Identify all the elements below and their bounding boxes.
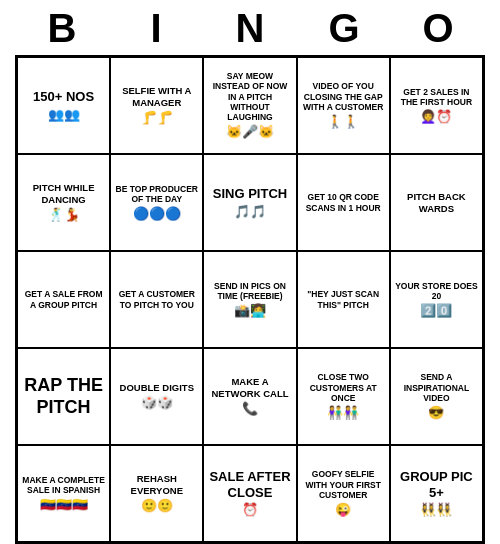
- cell-text-9: PITCH BACK WARDS: [394, 191, 479, 214]
- cell-18: CLOSE TWO CUSTOMERS AT ONCE👫👫: [297, 348, 390, 445]
- cell-emoji-12: 📸👩‍💻: [234, 303, 266, 319]
- cell-emoji-22: ⏰: [242, 502, 258, 518]
- letter-g: G: [304, 6, 384, 51]
- cell-11: GET A CUSTOMER TO PITCH TO YOU: [110, 251, 203, 348]
- cell-emoji-20: 🇻🇪🇻🇪🇻🇪: [40, 497, 88, 513]
- cell-emoji-24: 👯‍♀️👯‍♀️: [420, 502, 452, 518]
- cell-text-6: BE TOP PRODUCER OF THE DAY: [114, 184, 199, 204]
- cell-emoji-23: 😜: [335, 502, 351, 518]
- cell-emoji-18: 👫👫: [327, 405, 359, 421]
- cell-text-2: SAY MEOW INSTEAD OF NOW IN A PITCH WITHO…: [207, 71, 292, 122]
- cell-emoji-0: 👥👥: [48, 107, 80, 123]
- cell-text-15: RAP THE PITCH: [21, 375, 106, 418]
- cell-14: YOUR STORE DOES 202️⃣0️⃣: [390, 251, 483, 348]
- cell-text-8: GET 10 QR CODE SCANS IN 1 HOUR: [301, 192, 386, 212]
- cell-text-10: GET A SALE FROM A GROUP PITCH: [21, 289, 106, 309]
- cell-text-24: GROUP PIC 5+: [394, 469, 479, 500]
- cell-emoji-17: 📞: [242, 401, 258, 417]
- cell-16: DOUBLE DIGITS🎲🎲: [110, 348, 203, 445]
- cell-4: GET 2 SALES IN THE FIRST HOUR👩‍🦱⏰: [390, 57, 483, 154]
- cell-text-0: 150+ NOS: [33, 89, 94, 105]
- cell-text-4: GET 2 SALES IN THE FIRST HOUR: [394, 87, 479, 107]
- cell-24: GROUP PIC 5+👯‍♀️👯‍♀️: [390, 445, 483, 542]
- bingo-header: B I N G O: [15, 0, 485, 55]
- cell-emoji-3: 🚶🚶: [327, 114, 359, 130]
- cell-1: SELFIE WITH A MANAGER🦵🦵: [110, 57, 203, 154]
- cell-5: PITCH WHILE DANCING🕺💃: [17, 154, 110, 251]
- cell-text-13: "HEY JUST SCAN THIS" PITCH: [301, 289, 386, 309]
- cell-19: SEND A INSPIRATIONAL VIDEO😎: [390, 348, 483, 445]
- letter-i: I: [116, 6, 196, 51]
- cell-text-11: GET A CUSTOMER TO PITCH TO YOU: [114, 289, 199, 309]
- cell-text-21: REHASH EVERYONE: [114, 473, 199, 496]
- cell-9: PITCH BACK WARDS: [390, 154, 483, 251]
- cell-13: "HEY JUST SCAN THIS" PITCH: [297, 251, 390, 348]
- cell-text-14: YOUR STORE DOES 20: [394, 281, 479, 301]
- cell-8: GET 10 QR CODE SCANS IN 1 HOUR: [297, 154, 390, 251]
- cell-22: SALE AFTER CLOSE⏰: [203, 445, 296, 542]
- cell-10: GET A SALE FROM A GROUP PITCH: [17, 251, 110, 348]
- cell-7: SING PITCH🎵🎵: [203, 154, 296, 251]
- cell-text-1: SELFIE WITH A MANAGER: [114, 85, 199, 108]
- cell-15: RAP THE PITCH: [17, 348, 110, 445]
- cell-text-3: VIDEO OF YOU CLOSING THE GAP WITH A CUST…: [301, 81, 386, 112]
- cell-17: MAKE A NETWORK CALL📞: [203, 348, 296, 445]
- letter-o: O: [398, 6, 478, 51]
- cell-emoji-14: 2️⃣0️⃣: [420, 303, 452, 319]
- cell-6: BE TOP PRODUCER OF THE DAY🔵🔵🔵: [110, 154, 203, 251]
- cell-2: SAY MEOW INSTEAD OF NOW IN A PITCH WITHO…: [203, 57, 296, 154]
- cell-12: SEND IN PICS ON TIME (FREEBIE)📸👩‍💻: [203, 251, 296, 348]
- cell-emoji-5: 🕺💃: [48, 207, 80, 223]
- cell-23: GOOFY SELFIE WITH YOUR FIRST CUSTOMER😜: [297, 445, 390, 542]
- cell-21: REHASH EVERYONE🙂🙂: [110, 445, 203, 542]
- cell-text-16: DOUBLE DIGITS: [120, 382, 194, 393]
- bingo-grid: 150+ NOS👥👥SELFIE WITH A MANAGER🦵🦵SAY MEO…: [15, 55, 485, 544]
- cell-20: MAKE A COMPLETE SALE IN SPANISH🇻🇪🇻🇪🇻🇪: [17, 445, 110, 542]
- cell-emoji-6: 🔵🔵🔵: [133, 206, 181, 222]
- cell-emoji-1: 🦵🦵: [141, 110, 173, 126]
- cell-text-19: SEND A INSPIRATIONAL VIDEO: [394, 372, 479, 403]
- cell-emoji-7: 🎵🎵: [234, 204, 266, 220]
- cell-text-7: SING PITCH: [213, 186, 287, 202]
- cell-text-5: PITCH WHILE DANCING: [21, 182, 106, 205]
- cell-text-18: CLOSE TWO CUSTOMERS AT ONCE: [301, 372, 386, 403]
- cell-text-22: SALE AFTER CLOSE: [207, 469, 292, 500]
- cell-emoji-4: 👩‍🦱⏰: [420, 109, 452, 125]
- cell-0: 150+ NOS👥👥: [17, 57, 110, 154]
- letter-b: B: [22, 6, 102, 51]
- cell-emoji-19: 😎: [428, 405, 444, 421]
- letter-n: N: [210, 6, 290, 51]
- cell-text-20: MAKE A COMPLETE SALE IN SPANISH: [21, 475, 106, 495]
- cell-text-12: SEND IN PICS ON TIME (FREEBIE): [207, 281, 292, 301]
- cell-text-17: MAKE A NETWORK CALL: [207, 376, 292, 399]
- cell-emoji-2: 🐱🎤🐱: [226, 124, 274, 140]
- cell-text-23: GOOFY SELFIE WITH YOUR FIRST CUSTOMER: [301, 469, 386, 500]
- cell-emoji-16: 🎲🎲: [141, 395, 173, 411]
- cell-emoji-21: 🙂🙂: [141, 498, 173, 514]
- cell-3: VIDEO OF YOU CLOSING THE GAP WITH A CUST…: [297, 57, 390, 154]
